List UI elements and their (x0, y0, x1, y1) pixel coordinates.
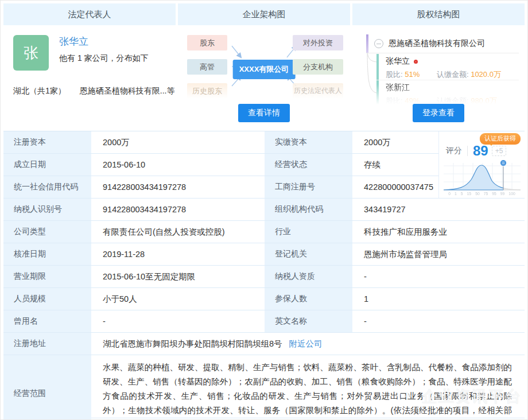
equity-root-name: 恩施硒圣植物科技有限公司 (389, 38, 485, 49)
row-value-1: 有限责任公司(自然人投资或控股) (91, 221, 265, 243)
shareholder-list: 张华立 股比: 51% 认缴金额: 1020.0万 张新江 股比: 49% 认缴… (376, 54, 519, 107)
score-marker-pin-icon (500, 160, 507, 166)
company-profile-page: 法定代表人 张 张华立 他有 1 家公司，分布如下 湖北（共1家） 恩施硒圣植物… (0, 0, 528, 420)
shareholder-name: 张新江 (386, 83, 410, 93)
row-value-2: - (352, 310, 525, 332)
table-row: 纳税人识别号 914228003434197278 组织机构代码 3434197… (3, 199, 525, 221)
ratio-label: 股比: (386, 70, 403, 79)
axis-tick: 75 (484, 192, 488, 196)
row-value-1: 2015-06-10至无固定期限 (91, 266, 265, 287)
shareholder-name: 张华立 (386, 56, 410, 67)
row-value-1: 小于50人 (91, 288, 265, 310)
row-label-2: 英文名称 (265, 310, 352, 332)
equity-root-node: 恩施硒圣植物科技有限公司 (366, 34, 519, 53)
address-value: 湖北省恩施市舞阳坝办事处阳鹊坝村阳鹊坝组8号 (103, 339, 282, 349)
controller-badge-icon (414, 60, 418, 64)
axis-tick: 0 (448, 192, 451, 196)
top-panels: 法定代表人 张 张华立 他有 1 家公司，分布如下 湖北（共1家） 恩施硒圣植物… (3, 3, 525, 129)
ratio-label: 股比: (386, 96, 403, 105)
related-company-link[interactable]: 恩施硒圣植物科技有限...等 (80, 86, 175, 96)
legal-rep-desc: 他有 1 家公司，分布如下 (59, 53, 149, 64)
axis-tick: 99 (500, 192, 505, 196)
axis-tick: 1 (455, 192, 457, 196)
org-chart-header: 企业架构图 (178, 3, 350, 25)
axis-tick: 50 (475, 192, 480, 196)
row-label-2: 登记机关 (265, 243, 352, 265)
table-row: 曾用名 - 英文名称 - (3, 310, 525, 333)
row-label-2: 实缴资本 (265, 131, 352, 153)
score-value: 89 (473, 144, 488, 158)
org-chart-panel: 企业架构图 (178, 3, 350, 129)
org-node: 对外投资 (293, 35, 343, 50)
row-label-1: 公司类型 (3, 221, 91, 243)
row-value-2: - (352, 266, 525, 287)
score-label: 评分 (446, 146, 468, 156)
org-center-node: XXXX有限公司 (233, 60, 296, 79)
shareholder-node: 张新江 股比: 49% 认缴金额: 980.0万 (376, 80, 519, 107)
row-value-1: 914228003434197278 (91, 176, 265, 198)
row-value-1: 2000万 (91, 131, 265, 153)
address-row: 注册地址 湖北省恩施市舞阳坝办事处阳鹊坝村阳鹊坝组8号 附近公司 (3, 333, 525, 355)
row-label-1: 纳税人识别号 (3, 199, 91, 220)
org-right-column: 对外投资 分支机构 历史法定代表人 (293, 35, 343, 99)
org-node: 历史股东 (187, 83, 227, 99)
row-value-1: - (91, 310, 265, 332)
nearby-companies-link[interactable]: 附近公司 (289, 339, 323, 349)
amount-value: 980.0万 (471, 96, 497, 105)
score-distribution-chart (442, 158, 522, 192)
org-chart-body: 股东 高管 历史股东 XXXX有限公司 对外投资 分支机构 历史法定代表人 查看… (178, 25, 350, 129)
row-value-2: 1 (352, 288, 525, 310)
equity-body: 恩施硒圣植物科技有限公司 张华立 股比: 51% 认缴金额: 1020.0万 张… (352, 25, 525, 129)
row-label-2: 经营状态 (265, 154, 352, 176)
row-label-1: 成立日期 (3, 154, 91, 176)
row-label-1: 注册资本 (3, 131, 91, 153)
row-label-1: 人员规模 (3, 288, 91, 310)
row-value-1: 2015-06-10 (91, 154, 265, 176)
axis-tick: 95 (492, 192, 496, 196)
shareholder-node: 张华立 股比: 51% 认缴金额: 1020.0万 (376, 54, 519, 80)
row-value-1: 2019-11-28 (91, 243, 265, 265)
legal-rep-panel: 法定代表人 张 张华立 他有 1 家公司，分布如下 湖北（共1家） 恩施硒圣植物… (3, 3, 176, 129)
amount-label: 认缴金额: (437, 70, 469, 79)
row-label-2: 组织机构代码 (265, 199, 352, 220)
score-axis-ticks: 0151550759599100 (448, 192, 515, 196)
row-value-2: 343419727 (352, 199, 525, 220)
collapse-minus-icon[interactable] (374, 39, 383, 48)
legal-rep-header: 法定代表人 (3, 3, 176, 25)
row-label-2: 工商注册号 (265, 176, 352, 198)
equity-header: 股权结构图 (352, 3, 525, 25)
org-node: 股东 (187, 35, 227, 50)
view-details-button[interactable]: 查看详情 (238, 104, 290, 122)
org-node: 分支机构 (293, 59, 343, 75)
org-left-column: 股东 高管 历史股东 (187, 35, 227, 99)
row-value-2: 科技推广和应用服务业 (352, 221, 525, 243)
address-label: 注册地址 (3, 333, 91, 355)
score-widget: 认证后获得 评分 89 +5 (438, 131, 525, 199)
row-label-1: 营业期限 (3, 266, 91, 287)
certify-badge: 认证后获得 (480, 133, 521, 145)
ratio-value: 51% (405, 70, 420, 79)
scope-row: 经营范围 水果、蔬菜的种植、研发、提取、精制、生产与销售；饮料、蔬菜粉、茶叶、含… (3, 355, 525, 418)
row-label-2: 行业 (265, 221, 352, 243)
scope-label: 经营范围 (3, 355, 91, 420)
row-label-1: 统一社会信用代码 (3, 176, 91, 198)
row-value-2: 恩施州市场监督管理局 (352, 243, 525, 265)
legal-rep-body: 张 张华立 他有 1 家公司，分布如下 湖北（共1家） 恩施硒圣植物科技有限..… (3, 25, 176, 129)
table-row: 营业期限 2015-06-10至无固定期限 纳税人资质 - (3, 266, 525, 288)
table-row: 公司类型 有限责任公司(自然人投资或控股) 行业 科技推广和应用服务业 (3, 221, 525, 243)
org-node: 高管 (187, 59, 227, 75)
row-label-2: 纳税人资质 (265, 266, 352, 287)
avatar: 张 (13, 35, 49, 71)
score-bonus: +5 (492, 146, 507, 156)
amount-value: 1020.0万 (471, 70, 501, 79)
login-to-view-button[interactable]: 登录查看 (413, 104, 464, 122)
table-row: 核准日期 2019-11-28 登记机关 恩施州市场监督管理局 (3, 243, 525, 266)
legal-rep-name-link[interactable]: 张华立 (59, 35, 149, 48)
region-count: 湖北（共1家） (13, 86, 66, 96)
org-node: 历史法定代表人 (293, 83, 343, 99)
row-label-2: 参保人数 (265, 288, 352, 310)
company-info-table: 认证后获得 评分 89 +5 (3, 131, 525, 418)
axis-tick: 100 (508, 192, 515, 196)
axis-tick: 15 (467, 192, 472, 196)
equity-panel: 股权结构图 恩施硒圣植物科技有限公司 张华立 (352, 3, 525, 129)
